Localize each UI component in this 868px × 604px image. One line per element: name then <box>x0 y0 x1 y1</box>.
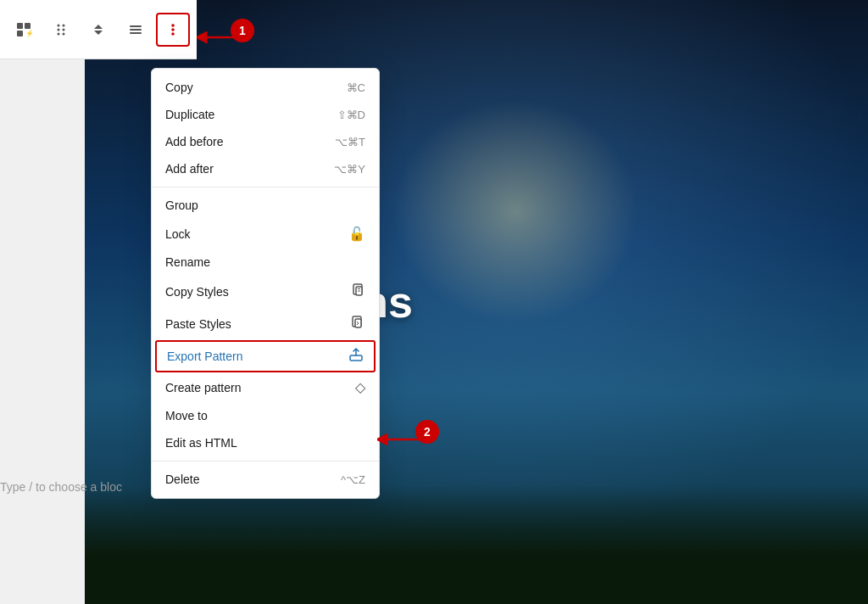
copy-styles-icon <box>350 282 365 301</box>
trees-silhouette <box>85 485 868 604</box>
svg-marker-11 <box>94 31 103 35</box>
menu-label-copy-styles: Copy Styles <box>165 285 229 299</box>
context-menu: Copy ⌘C Duplicate ⇧⌘D Add before ⌥⌘T Add… <box>151 68 380 499</box>
menu-label-paste-styles: Paste Styles <box>165 317 231 331</box>
menu-label-add-before: Add before <box>165 135 224 148</box>
svg-point-5 <box>63 24 65 26</box>
menu-label-lock: Lock <box>165 227 191 241</box>
menu-label-delete: Delete <box>165 473 199 486</box>
svg-rect-0 <box>17 23 23 29</box>
menu-item-create-pattern[interactable]: Create pattern ◇ <box>152 372 379 402</box>
menu-item-group[interactable]: Group <box>152 192 379 219</box>
align-button[interactable] <box>119 13 153 47</box>
menu-label-copy: Copy <box>165 81 193 94</box>
menu-shortcut-add-before: ⌥⌘T <box>335 136 365 148</box>
svg-point-16 <box>171 28 175 31</box>
menu-item-lock[interactable]: Lock 🔓 <box>152 219 379 249</box>
menu-shortcut-copy: ⌘C <box>347 81 365 94</box>
menu-item-duplicate[interactable]: Duplicate ⇧⌘D <box>152 101 379 128</box>
svg-point-15 <box>171 24 175 27</box>
menu-item-add-before[interactable]: Add before ⌥⌘T <box>152 128 379 155</box>
menu-shortcut-add-after: ⌥⌘Y <box>334 163 365 176</box>
menu-label-group: Group <box>165 199 198 212</box>
svg-point-9 <box>63 32 65 35</box>
svg-point-8 <box>58 32 60 35</box>
menu-item-copy-styles[interactable]: Copy Styles <box>152 276 379 308</box>
annotation-1: 1 <box>231 19 254 42</box>
svg-point-17 <box>171 32 175 36</box>
menu-label-export-pattern: Export Pattern <box>167 350 243 363</box>
menu-label-edit-as-html: Edit as HTML <box>165 436 237 450</box>
menu-divider-1 <box>152 187 379 187</box>
menu-label-move-to: Move to <box>165 409 208 422</box>
menu-label-rename: Rename <box>165 255 210 269</box>
menu-item-rename[interactable]: Rename <box>152 249 379 276</box>
svg-point-6 <box>58 28 60 31</box>
svg-marker-10 <box>94 25 103 29</box>
svg-point-4 <box>58 24 60 26</box>
menu-item-paste-styles[interactable]: Paste Styles <box>152 308 379 340</box>
block-type-button[interactable]: ⚡ <box>7 13 41 47</box>
svg-rect-13 <box>130 29 142 31</box>
menu-shortcut-duplicate: ⇧⌘D <box>337 109 365 121</box>
menu-label-add-after: Add after <box>165 162 214 176</box>
menu-item-export-pattern[interactable]: Export Pattern <box>155 340 376 372</box>
svg-rect-14 <box>130 32 142 34</box>
svg-rect-26 <box>350 355 362 361</box>
svg-rect-2 <box>17 31 23 36</box>
drag-button[interactable] <box>44 13 78 47</box>
up-down-button[interactable] <box>81 13 115 47</box>
annotation-2: 2 <box>415 420 439 444</box>
menu-item-delete[interactable]: Delete ^⌥Z <box>152 466 379 493</box>
menu-item-edit-as-html[interactable]: Edit as HTML <box>152 429 379 456</box>
menu-item-move-to[interactable]: Move to <box>152 402 379 429</box>
menu-divider-2 <box>152 461 379 461</box>
export-pattern-icon <box>348 347 364 366</box>
svg-point-7 <box>63 28 65 31</box>
more-options-button[interactable] <box>156 13 190 47</box>
toolbar: ⚡ <box>0 0 197 59</box>
type-hint: Type / to choose a bloc <box>0 480 122 494</box>
menu-item-copy[interactable]: Copy ⌘C <box>152 74 379 101</box>
create-pattern-icon: ◇ <box>355 379 365 395</box>
paste-styles-icon <box>350 315 365 333</box>
menu-label-duplicate: Duplicate <box>165 108 214 121</box>
svg-rect-12 <box>130 25 142 27</box>
lock-icon: 🔓 <box>348 226 365 242</box>
menu-label-create-pattern: Create pattern <box>165 381 242 394</box>
svg-rect-1 <box>25 23 31 29</box>
svg-text:⚡: ⚡ <box>25 29 32 37</box>
menu-shortcut-delete: ^⌥Z <box>341 473 365 486</box>
menu-item-add-after[interactable]: Add after ⌥⌘Y <box>152 155 379 182</box>
